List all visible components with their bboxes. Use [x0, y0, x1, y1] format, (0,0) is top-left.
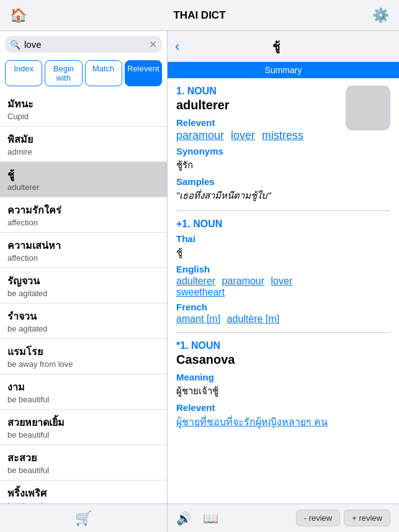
word-thai: พริ้งเพริศ: [7, 485, 159, 501]
relevent-links-1: paramour lover mistress: [176, 129, 390, 142]
word-thai: งาม: [7, 379, 159, 395]
word-thai: มัทนะ: [7, 96, 159, 112]
search-input[interactable]: [24, 39, 145, 50]
word-english: adulterer: [7, 183, 159, 192]
summary-bar: Summary: [168, 62, 399, 78]
filter-tabs: Index Begin with Match Relevent: [0, 58, 167, 91]
divider-1: [176, 210, 390, 211]
search-bar: 🔍 ✕: [5, 36, 162, 53]
list-item[interactable]: งามbe beautiful: [0, 374, 167, 410]
synonyms-value: ชู้รัก: [176, 158, 390, 173]
english-label: English: [176, 264, 390, 274]
section3-header: *1. NOUN: [176, 340, 390, 351]
link-sweetheart[interactable]: sweetheart: [176, 287, 225, 297]
word-thai: ความเสน่หา: [7, 238, 159, 253]
footer-icons: 🔊 📖: [176, 511, 218, 526]
filter-begin-with[interactable]: Begin with: [45, 60, 82, 86]
word-english: be agitated: [7, 324, 159, 333]
clear-icon[interactable]: ✕: [149, 38, 157, 50]
list-item[interactable]: มัทนะCupid: [0, 91, 167, 127]
word-thai: รัญจวน: [7, 273, 159, 289]
link-adulterer[interactable]: adulterer: [176, 276, 215, 286]
right-panel: ‹ ชู้ Summary 1. NOUN adulterer Relevent…: [168, 31, 399, 532]
app-header: 🏠 THAI DICT ⚙️: [0, 0, 399, 31]
link-lover-2[interactable]: lover: [271, 276, 293, 286]
word-thai: สวยหยาดเยิ้ม: [7, 415, 159, 430]
settings-icon[interactable]: ⚙️: [372, 7, 389, 24]
left-footer: 🛒: [0, 503, 167, 532]
left-panel: 🔍 ✕ Index Begin with Match Relevent มัทน…: [0, 31, 168, 532]
home-icon[interactable]: 🏠: [10, 7, 27, 24]
relevent-link-3[interactable]: ผู้ชายที่ชอบที่จะรักผู้หญิงหลายๆ คน: [176, 417, 328, 427]
filter-relevent[interactable]: Relevent: [125, 60, 162, 86]
thai-label: Thai: [176, 233, 390, 244]
word-thai: สะสวย: [7, 450, 159, 466]
list-item[interactable]: สะสวยbe beautiful: [0, 445, 167, 480]
french-label: French: [176, 302, 390, 312]
relevent-value-3: ผู้ชายที่ชอบที่จะรักผู้หญิงหลายๆ คน: [176, 414, 390, 430]
detail-content: 1. NOUN adulterer Relevent paramour love…: [168, 78, 399, 503]
back-button[interactable]: ‹: [175, 38, 179, 55]
relevent-label-3: Relevent: [176, 402, 390, 413]
word-thai: พิสมัย: [7, 132, 159, 147]
image-placeholder: [346, 86, 390, 130]
link-mistress-1[interactable]: mistress: [262, 129, 303, 142]
speaker-icon[interactable]: 🔊: [176, 511, 192, 526]
thai-value: ชู้: [176, 245, 390, 260]
word-thai: ความรักใคร่: [7, 202, 159, 218]
word-english: be beautiful: [7, 395, 159, 404]
review-minus-button[interactable]: - review: [296, 510, 341, 526]
word-english: be away from love: [7, 359, 159, 369]
list-item[interactable]: รัญจวนbe agitated: [0, 268, 167, 304]
link-lover-1[interactable]: lover: [231, 129, 255, 142]
word-english: Cupid: [7, 112, 159, 121]
filter-index[interactable]: Index: [5, 60, 42, 86]
list-item[interactable]: ชู้adulterer: [0, 162, 167, 197]
section2-header: +1. NOUN: [176, 219, 390, 230]
detail-title: ชู้: [272, 37, 280, 55]
samples-label: Samples: [176, 176, 390, 187]
word-thai: รำจวน: [7, 309, 159, 324]
review-buttons: - review + review: [296, 510, 390, 526]
review-plus-button[interactable]: + review: [344, 510, 390, 526]
word-list: มัทนะCupidพิสมัยadmireชู้adultererความรั…: [0, 91, 167, 503]
cart-icon[interactable]: 🛒: [75, 510, 92, 526]
list-item[interactable]: พิสมัยadmire: [0, 127, 167, 162]
meaning-label: Meaning: [176, 372, 390, 382]
main-content: 🔍 ✕ Index Begin with Match Relevent มัทน…: [0, 31, 399, 532]
list-item[interactable]: แรมโรยbe away from love: [0, 339, 167, 374]
list-item[interactable]: พริ้งเพริศbe charming: [0, 480, 167, 503]
search-icon: 🔍: [10, 40, 20, 50]
word-thai: แรมโรย: [7, 344, 159, 359]
word-english: be agitated: [7, 289, 159, 298]
list-item[interactable]: รำจวนbe agitated: [0, 304, 167, 339]
app-title: THAI DICT: [173, 9, 225, 22]
word-english: admire: [7, 147, 159, 156]
filter-match[interactable]: Match: [85, 60, 122, 86]
list-item[interactable]: ความเสน่หาaffection: [0, 233, 167, 268]
right-footer: 🔊 📖 - review + review: [168, 503, 399, 532]
list-item[interactable]: สวยหยาดเยิ้มbe beautiful: [0, 410, 167, 445]
word-thai: ชู้: [7, 167, 159, 183]
list-item[interactable]: ความรักใคร่affection: [0, 197, 167, 233]
right-header: ‹ ชู้: [168, 31, 399, 62]
link-paramour-2[interactable]: paramour: [222, 276, 264, 286]
english-links: adulterer paramour lover sweetheart: [176, 276, 390, 298]
summary-label: Summary: [265, 65, 302, 75]
divider-2: [176, 332, 390, 333]
synonyms-label: Synonyms: [176, 146, 390, 156]
link-adultere[interactable]: adultère [m]: [227, 313, 279, 324]
word-english: affection: [7, 253, 159, 263]
link-amant[interactable]: amant [m]: [176, 313, 220, 324]
samples-value: "เธอทึ่งสามีหนีตามชู้ใบ": [176, 188, 390, 203]
word-english: affection: [7, 218, 159, 227]
section3-title: Casanova: [176, 353, 390, 367]
word-english: be beautiful: [7, 430, 159, 440]
link-paramour-1[interactable]: paramour: [176, 129, 224, 142]
french-links: amant [m] adultère [m]: [176, 313, 390, 325]
word-english: be beautiful: [7, 466, 159, 475]
meaning-value: ผู้ชายเจ้าชู้: [176, 384, 390, 399]
book-icon[interactable]: 📖: [203, 511, 218, 526]
